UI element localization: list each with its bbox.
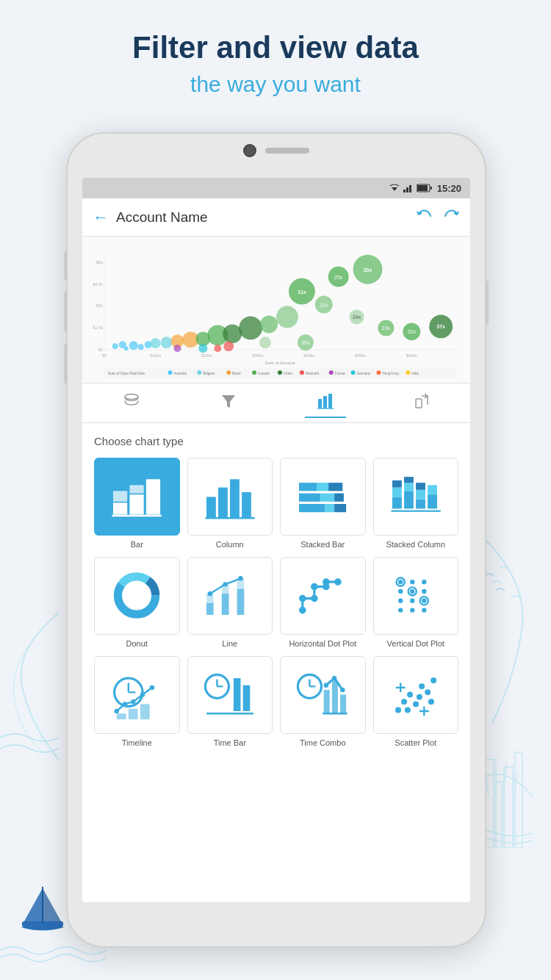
chart-item-label-stacked-bar: Stacked Bar [300, 539, 345, 550]
svg-point-186 [140, 692, 145, 696]
svg-text:Hong Kong: Hong Kong [382, 372, 399, 375]
svg-marker-103 [222, 395, 235, 408]
phone-camera [243, 144, 256, 157]
svg-point-184 [123, 702, 127, 706]
page-header: Filter and view data the way you want [0, 29, 551, 97]
svg-rect-189 [129, 709, 138, 719]
chart-item-box-stacked-bar[interactable] [280, 458, 366, 536]
svg-rect-104 [318, 399, 322, 408]
svg-point-173 [422, 580, 426, 584]
chart-item-hdot[interactable]: Horizontal Dot Plot [280, 557, 366, 649]
chart-item-scatter[interactable]: Scatter Plot [373, 656, 459, 748]
svg-text:India: India [411, 372, 419, 375]
svg-point-175 [422, 598, 426, 602]
svg-point-185 [131, 699, 135, 704]
chart-item-box-bar[interactable] [94, 458, 180, 536]
svg-rect-119 [230, 479, 240, 518]
svg-point-187 [150, 685, 154, 690]
svg-rect-5 [496, 782, 502, 848]
svg-point-41 [112, 343, 118, 349]
svg-point-167 [398, 598, 403, 602]
donut-chart-icon [107, 569, 166, 623]
chart-item-box-vdot[interactable] [373, 557, 459, 635]
svg-marker-13 [392, 187, 397, 191]
bubble-chart-svg: Sum of Account AnnualRevenue $0 $1.5k $3… [82, 237, 470, 383]
svg-point-171 [410, 598, 414, 602]
svg-rect-129 [325, 504, 334, 512]
database-icon [123, 393, 140, 414]
chart-grid: Bar Column [94, 458, 458, 749]
svg-rect-136 [404, 477, 414, 483]
toolbar-chart[interactable] [305, 390, 346, 417]
phone-frame: 15:20 ← Account Name [66, 132, 486, 948]
svg-rect-130 [334, 504, 346, 512]
chart-item-box-scatter[interactable] [373, 656, 459, 734]
back-button[interactable]: ← [93, 208, 109, 227]
svg-point-172 [410, 608, 414, 612]
svg-rect-150 [222, 594, 229, 615]
chart-item-box-stacked-column[interactable] [373, 458, 459, 536]
chart-item-timecombo[interactable]: Time Combo [280, 656, 366, 748]
chart-item-line[interactable]: Line [187, 557, 273, 649]
phone-btn-left-1 [64, 251, 68, 281]
chart-item-box-column[interactable] [187, 458, 273, 536]
chart-item-box-timecombo[interactable] [280, 656, 366, 734]
chart-item-donut[interactable]: Donut [94, 557, 180, 649]
chart-item-timeline[interactable]: Timeline [94, 656, 180, 748]
svg-text:$4.5k: $4.5k [93, 282, 104, 287]
redo-button[interactable] [444, 208, 460, 226]
chart-item-vdot[interactable]: Vertical Dot Plot [373, 557, 459, 649]
svg-point-165 [398, 580, 403, 584]
svg-point-94 [329, 370, 334, 375]
chart-item-column[interactable]: Column [187, 458, 273, 550]
svg-point-45 [138, 344, 144, 350]
svg-rect-140 [428, 494, 437, 508]
svg-text:24x: 24x [353, 314, 361, 320]
svg-point-90 [278, 370, 282, 375]
chart-item-box-donut[interactable] [94, 557, 180, 635]
stacked-column-chart-icon [386, 470, 445, 524]
chart-item-stacked-column[interactable]: Stacked Column [373, 458, 459, 550]
svg-text:Sum of Amount: Sum of Amount [265, 361, 295, 365]
svg-text:$6k: $6k [96, 260, 103, 264]
svg-text:$100m: $100m [150, 353, 161, 358]
chart-item-box-timeline[interactable] [94, 656, 180, 734]
svg-point-166 [398, 589, 403, 594]
timebar-chart-icon [201, 669, 259, 722]
chart-item-bar[interactable]: Bar [94, 458, 180, 550]
svg-rect-118 [218, 487, 228, 518]
signal-icon [403, 184, 414, 192]
svg-point-207 [395, 707, 401, 713]
svg-point-169 [410, 580, 414, 584]
svg-rect-201 [332, 680, 338, 713]
svg-rect-105 [323, 396, 327, 408]
svg-rect-16 [409, 185, 411, 192]
svg-point-215 [417, 694, 422, 700]
chart-item-stacked-bar[interactable]: Stacked Bar [280, 458, 366, 550]
svg-rect-133 [392, 480, 402, 488]
deco-right [485, 539, 551, 723]
chart-item-label-line: Line [222, 638, 237, 649]
svg-point-102 [125, 394, 138, 399]
toolbar-data[interactable] [111, 390, 152, 417]
chart-item-box-timebar[interactable] [187, 656, 273, 734]
chart-item-box-hdot[interactable] [280, 557, 366, 635]
vdot-chart-icon [386, 569, 445, 623]
undo-button[interactable] [416, 208, 432, 226]
svg-text:25x: 25x [334, 275, 343, 280]
chart-item-box-line[interactable] [187, 557, 273, 635]
chart-area: Sum of Account AnnualRevenue $0 $1.5k $3… [82, 237, 470, 383]
svg-text:Australia: Australia [174, 372, 187, 375]
app-title: Account Name [116, 209, 416, 226]
status-time: 15:20 [437, 183, 461, 194]
chart-item-timebar[interactable]: Time Bar [187, 656, 273, 748]
chart-type-panel: Choose chart type Bar [82, 423, 470, 902]
toolbar-filter[interactable] [209, 390, 248, 417]
svg-point-157 [238, 576, 242, 580]
svg-point-176 [422, 608, 426, 612]
svg-rect-132 [392, 487, 402, 497]
svg-point-170 [410, 589, 414, 594]
headline: Filter and view data [0, 29, 551, 66]
svg-point-209 [407, 692, 413, 698]
toolbar-share[interactable] [403, 390, 442, 417]
